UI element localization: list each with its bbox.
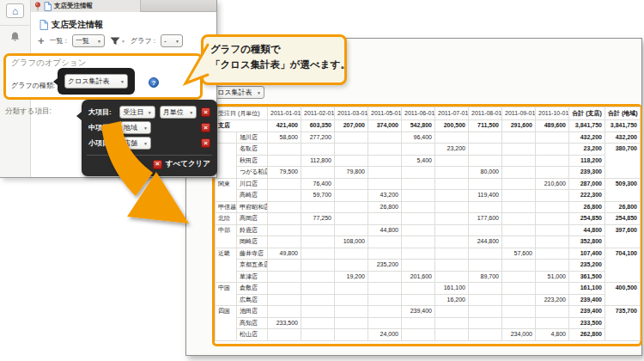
bell-icon[interactable] bbox=[9, 31, 21, 42]
value-cell bbox=[469, 144, 502, 156]
branch-total-value: 291,600 bbox=[502, 120, 536, 132]
table-row: 秋田店112,8005,400118,200 bbox=[216, 155, 641, 167]
remove-minor-item-button[interactable]: × bbox=[201, 138, 210, 148]
store-total-cell: 222,300 bbox=[569, 190, 605, 202]
minor-item-dropdown[interactable]: 店舗 ▼ bbox=[120, 137, 151, 150]
value-cell bbox=[502, 201, 536, 213]
value-cell bbox=[469, 329, 502, 341]
value-cell bbox=[335, 201, 368, 213]
date-column-header: 2011-10-01 bbox=[536, 107, 569, 120]
value-cell bbox=[335, 224, 368, 236]
value-cell bbox=[268, 224, 301, 236]
value-cell bbox=[368, 283, 402, 295]
region-total-cell: 26,800 bbox=[605, 201, 641, 213]
clear-all-button[interactable]: × すべてクリア bbox=[153, 159, 210, 169]
value-cell bbox=[469, 283, 502, 295]
middle-item-dropdown[interactable]: 地域 ▼ bbox=[120, 121, 151, 134]
branch-grand-total: 3,841,750 bbox=[569, 120, 605, 132]
major-item-row: 大項目: 受注日 ▼ 月単位 ▼ × bbox=[88, 106, 210, 119]
filter-button[interactable]: ▼ bbox=[110, 37, 125, 46]
middle-item-label: 中項目: bbox=[88, 123, 116, 132]
list-dropdown[interactable]: 一覧 ▼ bbox=[72, 34, 105, 47]
value-cell bbox=[268, 294, 301, 306]
branch-total-value: 603,350 bbox=[301, 120, 335, 132]
value-cell bbox=[536, 167, 569, 179]
major-item-label: 大項目: bbox=[88, 107, 115, 117]
value-cell bbox=[402, 329, 435, 341]
value-cell bbox=[402, 178, 435, 190]
store-cell: 藤井寺店 bbox=[237, 248, 268, 260]
store-total-cell: 262,800 bbox=[569, 329, 605, 341]
list-dropdown-value: 一覧 bbox=[76, 36, 89, 46]
value-cell: 177,600 bbox=[469, 213, 502, 225]
value-cell bbox=[301, 329, 335, 341]
value-cell bbox=[301, 224, 335, 236]
value-cell: 233,500 bbox=[268, 317, 301, 329]
store-cell: 倉敷店 bbox=[237, 283, 268, 295]
value-cell bbox=[301, 167, 335, 179]
major-unit-dropdown[interactable]: 月単位 ▼ bbox=[160, 106, 197, 119]
document-icon bbox=[44, 2, 52, 11]
value-cell bbox=[335, 155, 368, 167]
store-cell: 高知店 bbox=[237, 317, 268, 329]
help-icon[interactable]: ? bbox=[149, 77, 159, 88]
region-cell bbox=[216, 144, 237, 179]
remove-major-item-button[interactable]: × bbox=[201, 107, 210, 117]
caret-down-icon: ▼ bbox=[189, 110, 193, 115]
add-icon[interactable]: + bbox=[38, 35, 45, 46]
remove-middle-item-button[interactable]: × bbox=[201, 123, 210, 132]
value-cell bbox=[268, 236, 301, 248]
value-cell bbox=[502, 144, 536, 156]
table-row: 高崎店59,70043,200119,400222,300 bbox=[216, 190, 641, 202]
store-total-cell: 432,200 bbox=[569, 132, 605, 144]
value-cell bbox=[335, 178, 368, 190]
value-cell bbox=[469, 155, 502, 167]
region-total-cell: 400,500 bbox=[605, 283, 641, 306]
value-cell: 201,600 bbox=[402, 271, 435, 283]
value-cell: 80,000 bbox=[469, 167, 502, 179]
value-cell: 277,200 bbox=[301, 132, 335, 144]
major-item-dropdown[interactable]: 受注日 ▼ bbox=[119, 106, 155, 119]
region-total-cell: 735,700 bbox=[605, 306, 641, 341]
divider bbox=[0, 25, 31, 26]
branch-total-value: 489,600 bbox=[536, 120, 569, 132]
value-cell bbox=[268, 190, 301, 202]
caret-down-icon: ▼ bbox=[121, 39, 125, 44]
value-cell bbox=[435, 248, 469, 260]
date-column-header: 2011-05-01 bbox=[368, 107, 402, 120]
date-column-header: 2011-07-01 bbox=[435, 107, 469, 120]
graph-type-value: クロス集計表 bbox=[68, 76, 110, 86]
table-row: つがる柏店79,50079,80080,000239,300 bbox=[216, 167, 641, 179]
value-cell bbox=[435, 329, 469, 341]
value-cell bbox=[435, 190, 469, 202]
table-row: 近畿藤井寺店49,80057,600107,400704,100 bbox=[216, 248, 641, 260]
home-icon: ⌂ bbox=[12, 5, 18, 17]
value-cell bbox=[536, 260, 569, 272]
tab-branch-orders[interactable]: 支店受注情報 bbox=[31, 0, 141, 12]
list-label: 一覧 : bbox=[50, 36, 67, 46]
clear-all-label: すべてクリア bbox=[166, 159, 210, 169]
store-total-cell: 161,100 bbox=[569, 283, 605, 295]
graph-dropdown[interactable]: - ▼ bbox=[161, 34, 183, 47]
home-button[interactable]: ⌂ bbox=[6, 3, 24, 18]
middle-item-row: 中項目: 地域 ▼ × bbox=[88, 121, 210, 134]
value-cell: 51,000 bbox=[536, 271, 569, 283]
graph-type-dropdown[interactable]: クロス集計表 ▼ bbox=[64, 74, 128, 89]
value-cell: 161,100 bbox=[435, 283, 469, 295]
value-cell bbox=[536, 144, 569, 156]
callout-line-1: グラフの種類で bbox=[210, 41, 337, 57]
caret-down-icon: ▼ bbox=[143, 141, 148, 146]
table-row: 北陸高岡店77,250177,600254,850254,850 bbox=[216, 213, 641, 225]
value-cell bbox=[435, 260, 469, 272]
value-cell bbox=[335, 294, 368, 306]
total-column-header: 合計 (地域) bbox=[605, 107, 641, 120]
value-cell bbox=[368, 271, 402, 283]
value-cell bbox=[536, 317, 569, 329]
value-cell bbox=[435, 236, 469, 248]
value-cell bbox=[536, 306, 569, 318]
date-column-header: 2011-03-01 bbox=[335, 107, 368, 120]
store-cell: 京都五条店 bbox=[237, 260, 268, 272]
region-cell: 北陸 bbox=[216, 213, 237, 225]
value-cell bbox=[502, 213, 536, 225]
value-cell bbox=[402, 294, 435, 306]
